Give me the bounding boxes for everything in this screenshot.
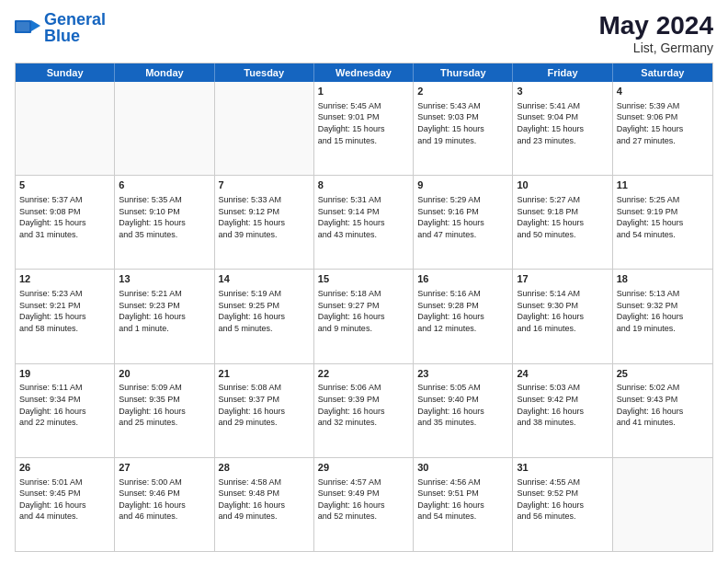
cell-details: Sunrise: 5:41 AM Sunset: 9:04 PM Dayligh… bbox=[517, 100, 608, 146]
cell-details: Sunrise: 5:13 AM Sunset: 9:32 PM Dayligh… bbox=[617, 288, 709, 334]
cell-details: Sunrise: 5:01 AM Sunset: 9:45 PM Dayligh… bbox=[19, 477, 110, 523]
day-number: 25 bbox=[617, 367, 709, 381]
cell-details: Sunrise: 5:02 AM Sunset: 9:43 PM Dayligh… bbox=[617, 382, 709, 428]
weekday-header-monday: Monday bbox=[115, 63, 214, 82]
calendar: SundayMondayTuesdayWednesdayThursdayFrid… bbox=[15, 63, 713, 552]
day-number: 21 bbox=[219, 367, 310, 381]
day-cell-4: 4Sunrise: 5:39 AM Sunset: 9:06 PM Daylig… bbox=[613, 82, 712, 175]
day-cell-14: 14Sunrise: 5:19 AM Sunset: 9:25 PM Dayli… bbox=[215, 270, 314, 362]
title-block: May 2024 List, Germany bbox=[598, 11, 713, 55]
cell-details: Sunrise: 5:14 AM Sunset: 9:30 PM Dayligh… bbox=[517, 288, 608, 334]
logo-icon bbox=[15, 18, 40, 39]
cell-details: Sunrise: 5:08 AM Sunset: 9:37 PM Dayligh… bbox=[219, 382, 310, 428]
cell-details: Sunrise: 5:21 AM Sunset: 9:23 PM Dayligh… bbox=[119, 288, 210, 334]
day-number: 6 bbox=[119, 178, 210, 192]
cell-details: Sunrise: 5:33 AM Sunset: 9:12 PM Dayligh… bbox=[219, 194, 310, 240]
cell-details: Sunrise: 5:45 AM Sunset: 9:01 PM Dayligh… bbox=[318, 100, 409, 146]
location: List, Germany bbox=[598, 40, 713, 55]
calendar-page: General Blue May 2024 List, Germany Sund… bbox=[0, 0, 728, 563]
day-cell-21: 21Sunrise: 5:08 AM Sunset: 9:37 PM Dayli… bbox=[215, 364, 314, 457]
day-cell-5: 5Sunrise: 5:37 AM Sunset: 9:08 PM Daylig… bbox=[16, 176, 115, 269]
day-number: 2 bbox=[417, 85, 508, 98]
day-number: 5 bbox=[19, 178, 110, 192]
logo: General Blue bbox=[15, 11, 106, 46]
day-cell-6: 6Sunrise: 5:35 AM Sunset: 9:10 PM Daylig… bbox=[115, 176, 214, 269]
weekday-header-wednesday: Wednesday bbox=[314, 63, 414, 82]
weekday-header-sunday: Sunday bbox=[16, 63, 115, 82]
svg-rect-2 bbox=[17, 22, 29, 31]
day-cell-20: 20Sunrise: 5:09 AM Sunset: 9:35 PM Dayli… bbox=[115, 364, 214, 457]
day-number: 15 bbox=[318, 272, 409, 286]
day-cell-11: 11Sunrise: 5:25 AM Sunset: 9:19 PM Dayli… bbox=[613, 176, 712, 269]
cell-details: Sunrise: 5:03 AM Sunset: 9:42 PM Dayligh… bbox=[517, 382, 608, 428]
logo-text: General Blue bbox=[44, 11, 106, 46]
weekday-header-saturday: Saturday bbox=[613, 63, 712, 82]
day-cell-8: 8Sunrise: 5:31 AM Sunset: 9:14 PM Daylig… bbox=[314, 176, 414, 269]
cell-details: Sunrise: 5:00 AM Sunset: 9:46 PM Dayligh… bbox=[119, 477, 210, 523]
empty-cell bbox=[215, 82, 314, 175]
day-cell-19: 19Sunrise: 5:11 AM Sunset: 9:34 PM Dayli… bbox=[16, 364, 115, 457]
day-number: 19 bbox=[19, 367, 110, 381]
day-cell-31: 31Sunrise: 4:55 AM Sunset: 9:52 PM Dayli… bbox=[513, 458, 612, 551]
day-cell-13: 13Sunrise: 5:21 AM Sunset: 9:23 PM Dayli… bbox=[115, 270, 214, 362]
day-number: 16 bbox=[417, 272, 508, 286]
day-number: 29 bbox=[318, 461, 409, 475]
cell-details: Sunrise: 5:27 AM Sunset: 9:18 PM Dayligh… bbox=[517, 194, 608, 240]
cell-details: Sunrise: 5:39 AM Sunset: 9:06 PM Dayligh… bbox=[617, 100, 709, 146]
day-cell-26: 26Sunrise: 5:01 AM Sunset: 9:45 PM Dayli… bbox=[16, 458, 115, 551]
cell-details: Sunrise: 5:19 AM Sunset: 9:25 PM Dayligh… bbox=[219, 288, 310, 334]
calendar-row-2: 12Sunrise: 5:23 AM Sunset: 9:21 PM Dayli… bbox=[16, 269, 712, 362]
day-cell-29: 29Sunrise: 4:57 AM Sunset: 9:49 PM Dayli… bbox=[314, 458, 414, 551]
day-number: 27 bbox=[119, 461, 210, 475]
day-cell-27: 27Sunrise: 5:00 AM Sunset: 9:46 PM Dayli… bbox=[115, 458, 214, 551]
logo-line1: General bbox=[44, 10, 106, 29]
day-cell-9: 9Sunrise: 5:29 AM Sunset: 9:16 PM Daylig… bbox=[414, 176, 513, 269]
cell-details: Sunrise: 5:09 AM Sunset: 9:35 PM Dayligh… bbox=[119, 382, 210, 428]
day-number: 28 bbox=[219, 461, 310, 475]
day-number: 17 bbox=[517, 272, 608, 286]
day-cell-15: 15Sunrise: 5:18 AM Sunset: 9:27 PM Dayli… bbox=[314, 270, 414, 362]
empty-cell bbox=[613, 458, 712, 551]
cell-details: Sunrise: 5:35 AM Sunset: 9:10 PM Dayligh… bbox=[119, 194, 210, 240]
page-header: General Blue May 2024 List, Germany bbox=[15, 11, 713, 55]
cell-details: Sunrise: 5:31 AM Sunset: 9:14 PM Dayligh… bbox=[318, 194, 409, 240]
cell-details: Sunrise: 5:23 AM Sunset: 9:21 PM Dayligh… bbox=[19, 288, 110, 334]
day-cell-7: 7Sunrise: 5:33 AM Sunset: 9:12 PM Daylig… bbox=[215, 176, 314, 269]
day-number: 10 bbox=[517, 178, 608, 192]
day-number: 23 bbox=[417, 367, 508, 381]
day-cell-22: 22Sunrise: 5:06 AM Sunset: 9:39 PM Dayli… bbox=[314, 364, 414, 457]
day-number: 14 bbox=[219, 272, 310, 286]
day-number: 26 bbox=[19, 461, 110, 475]
empty-cell bbox=[16, 82, 115, 175]
day-cell-1: 1Sunrise: 5:45 AM Sunset: 9:01 PM Daylig… bbox=[314, 82, 414, 175]
day-cell-17: 17Sunrise: 5:14 AM Sunset: 9:30 PM Dayli… bbox=[513, 270, 612, 362]
cell-details: Sunrise: 4:58 AM Sunset: 9:48 PM Dayligh… bbox=[219, 477, 310, 523]
day-number: 30 bbox=[417, 461, 508, 475]
day-number: 7 bbox=[219, 178, 310, 192]
weekday-header-friday: Friday bbox=[513, 63, 612, 82]
day-cell-25: 25Sunrise: 5:02 AM Sunset: 9:43 PM Dayli… bbox=[613, 364, 712, 457]
calendar-row-4: 26Sunrise: 5:01 AM Sunset: 9:45 PM Dayli… bbox=[16, 457, 712, 551]
day-cell-24: 24Sunrise: 5:03 AM Sunset: 9:42 PM Dayli… bbox=[513, 364, 612, 457]
day-number: 11 bbox=[617, 178, 709, 192]
day-number: 18 bbox=[617, 272, 709, 286]
calendar-header: SundayMondayTuesdayWednesdayThursdayFrid… bbox=[16, 63, 712, 82]
empty-cell bbox=[115, 82, 214, 175]
cell-details: Sunrise: 5:06 AM Sunset: 9:39 PM Dayligh… bbox=[318, 382, 409, 428]
day-number: 31 bbox=[517, 461, 608, 475]
cell-details: Sunrise: 5:16 AM Sunset: 9:28 PM Dayligh… bbox=[417, 288, 508, 334]
cell-details: Sunrise: 4:56 AM Sunset: 9:51 PM Dayligh… bbox=[417, 477, 508, 523]
cell-details: Sunrise: 5:05 AM Sunset: 9:40 PM Dayligh… bbox=[417, 382, 508, 428]
day-cell-10: 10Sunrise: 5:27 AM Sunset: 9:18 PM Dayli… bbox=[513, 176, 612, 269]
cell-details: Sunrise: 5:25 AM Sunset: 9:19 PM Dayligh… bbox=[617, 194, 709, 240]
cell-details: Sunrise: 5:37 AM Sunset: 9:08 PM Dayligh… bbox=[19, 194, 110, 240]
day-number: 12 bbox=[19, 272, 110, 286]
day-number: 24 bbox=[517, 367, 608, 381]
month-year: May 2024 bbox=[598, 11, 713, 40]
cell-details: Sunrise: 4:57 AM Sunset: 9:49 PM Dayligh… bbox=[318, 477, 409, 523]
day-cell-16: 16Sunrise: 5:16 AM Sunset: 9:28 PM Dayli… bbox=[414, 270, 513, 362]
day-number: 22 bbox=[318, 367, 409, 381]
day-cell-28: 28Sunrise: 4:58 AM Sunset: 9:48 PM Dayli… bbox=[215, 458, 314, 551]
day-number: 9 bbox=[417, 178, 508, 192]
logo-line2: Blue bbox=[44, 28, 106, 46]
